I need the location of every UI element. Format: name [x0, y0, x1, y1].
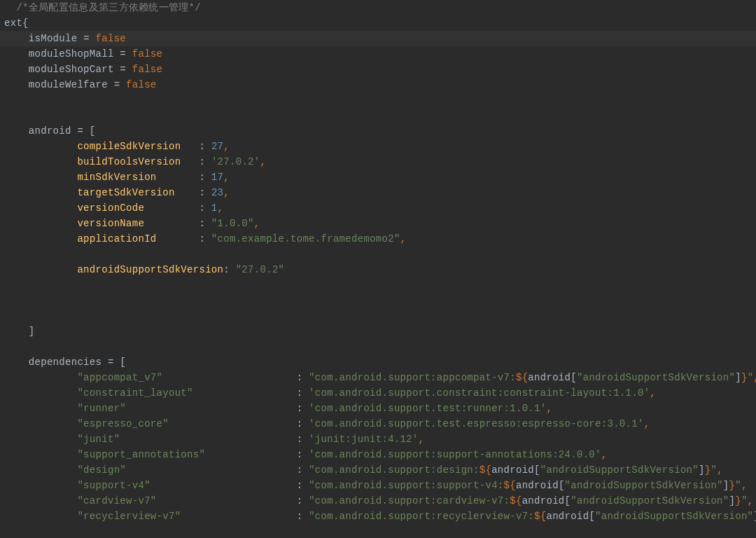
code-line: "design" : "com.android.support:design:$…: [0, 462, 756, 478]
code-line: "recyclerview-v7" : "com.android.support…: [0, 509, 756, 524]
code-line: "espresso_core" : 'com.android.support.t…: [0, 416, 756, 432]
code-line: moduleShopCart = false: [0, 62, 756, 77]
code-line: "constraint_layout" : 'com.android.suppo…: [0, 385, 756, 401]
code-line: [0, 92, 756, 108]
code-line: [0, 293, 756, 308]
code-line: minSdkVersion : 17,: [0, 170, 756, 185]
code-line: "junit" : 'junit:junit:4.12',: [0, 432, 756, 447]
code-line: ]: [0, 324, 756, 339]
code-line: /*全局配置信息及第三方依赖统一管理*/: [0, 0, 756, 15]
code-line: moduleShopMall = false: [0, 46, 756, 62]
code-line: isModule = false: [0, 31, 756, 46]
code-line: targetSdkVersion : 23,: [0, 185, 756, 200]
code-line: [0, 108, 756, 123]
code-line: [0, 247, 756, 262]
code-line: "support_annotations" : 'com.android.sup…: [0, 447, 756, 462]
code-line: versionName : "1.0.0",: [0, 216, 756, 231]
code-line: applicationId : "com.example.tome.framed…: [0, 231, 756, 247]
code-line: [0, 277, 756, 293]
code-line: "support-v4" : "com.android.support:supp…: [0, 478, 756, 493]
code-line: androidSupportSdkVersion: "27.0.2": [0, 262, 756, 277]
code-line: [0, 339, 756, 354]
code-line: buildToolsVersion : '27.0.2',: [0, 154, 756, 170]
code-line: android = [: [0, 123, 756, 139]
code-line: [0, 308, 756, 324]
code-line: "appcompat_v7" : "com.android.support:ap…: [0, 370, 756, 385]
code-line: versionCode : 1,: [0, 200, 756, 216]
code-line: compileSdkVersion : 27,: [0, 139, 756, 154]
code-line: ext{: [0, 15, 756, 31]
code-line: "runner" : 'com.android.support.test:run…: [0, 401, 756, 416]
code-editor[interactable]: /*全局配置信息及第三方依赖统一管理*/ ext{ isModule = fal…: [0, 0, 756, 538]
code-line: "cardview-v7" : "com.android.support:car…: [0, 493, 756, 509]
code-line: dependencies = [: [0, 354, 756, 370]
comment-text: /*全局配置信息及第三方依赖统一管理*/: [16, 2, 201, 13]
code-line: moduleWelfare = false: [0, 77, 756, 92]
